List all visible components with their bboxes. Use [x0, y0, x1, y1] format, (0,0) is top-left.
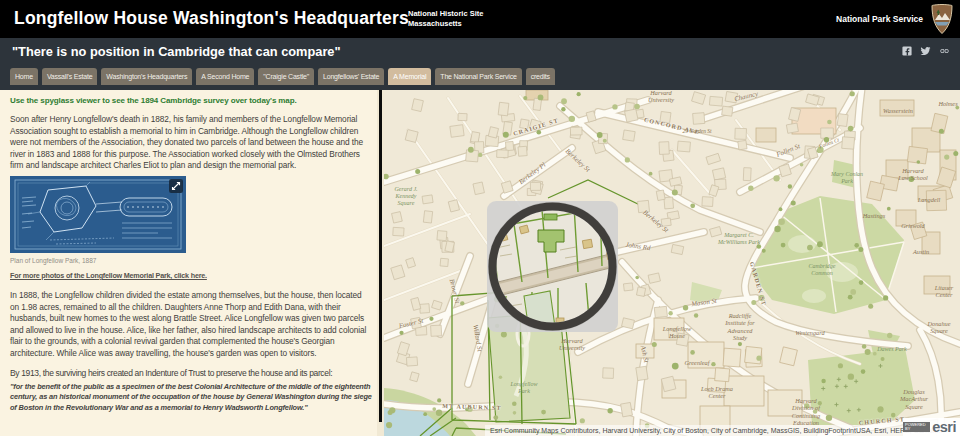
tab-a-second-home[interactable]: A Second Home — [196, 68, 254, 85]
tab-home[interactable]: Home — [10, 68, 38, 85]
map-viewport[interactable]: CRAIGIE STCONCORD AVEGARDEN STMT AUBURN … — [384, 90, 960, 436]
share-link-icon[interactable] — [939, 46, 950, 56]
esri-logo: POWERED BYesri — [903, 418, 960, 436]
image-caption: Plan of Longfellow Park, 1887 — [10, 257, 372, 264]
expand-image-button[interactable] — [169, 179, 183, 193]
more-photos-link[interactable]: For more photos of the Longfellow Memori… — [10, 271, 207, 280]
panel-scrollbar[interactable] — [377, 90, 384, 436]
blueprint-figure[interactable] — [10, 176, 186, 253]
tab-bar: HomeVassall's EstateWashington's Headqua… — [0, 64, 960, 90]
tab-vassall-s-estate[interactable]: Vassall's Estate — [42, 68, 97, 85]
facebook-icon[interactable] — [902, 46, 912, 56]
indenture-quote: "for the benefit of the public as a spec… — [10, 382, 372, 414]
tab-longfellows-estate[interactable]: Longfellows' Estate — [318, 68, 384, 85]
map-attribution: Esri Community Maps Contributors, Harvar… — [485, 425, 960, 436]
paragraph-2: In 1888, the Longfellow children divided… — [10, 290, 372, 360]
page-title: Longfellow House Washington's Headquarte… — [14, 8, 409, 29]
text-panel: Use the spyglass viewer to see the 1894 … — [0, 90, 384, 436]
paragraph-1: Soon after Henry Longfellow's death in 1… — [10, 114, 372, 172]
site-designation: National Historic Site Massachusetts — [408, 9, 483, 29]
spyglass-viewer[interactable] — [480, 195, 630, 345]
section-quote: "There is no position in Cambridge that … — [12, 44, 341, 59]
nps-arrowhead-icon — [930, 4, 954, 34]
basemap — [384, 90, 960, 436]
tab-washington-s-headquarters[interactable]: Washington's Headquarters — [101, 68, 192, 85]
scrollbar-thumb[interactable] — [379, 90, 382, 422]
tab-craigie-castle[interactable]: "Craigie Castle" — [258, 68, 314, 85]
nps-label: National Park Service — [836, 14, 923, 24]
app-header: Longfellow House Washington's Headquarte… — [0, 0, 960, 38]
tab-the-national-park-service[interactable]: The National Park Service — [435, 68, 521, 85]
quote-bar: "There is no position in Cambridge that … — [0, 38, 960, 64]
blueprint-image — [10, 176, 186, 253]
tab-a-memorial[interactable]: A Memorial — [388, 68, 431, 85]
tab-credits[interactable]: credits — [526, 68, 555, 85]
paragraph-3: By 1913, the surviving heirs created an … — [10, 368, 372, 378]
spyglass-instruction: Use the spyglass viewer to see the 1894 … — [10, 96, 372, 105]
twitter-icon[interactable] — [920, 46, 931, 56]
